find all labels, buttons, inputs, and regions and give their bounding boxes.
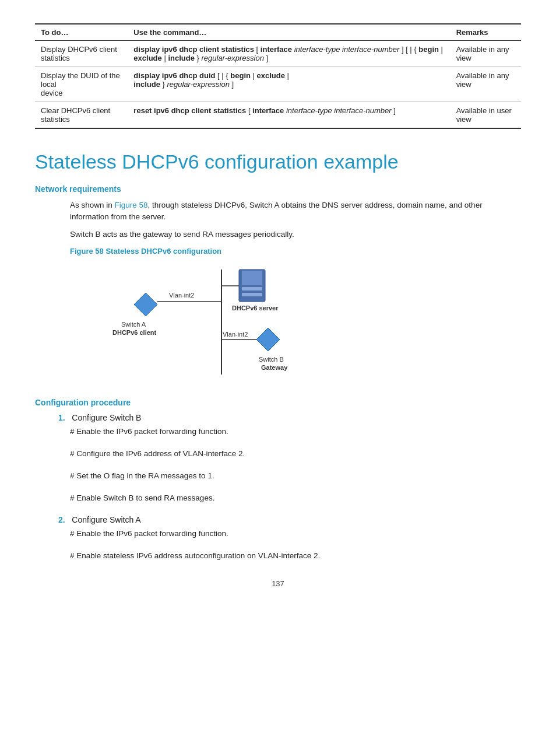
remarks-cell: Available in any view [451,67,521,102]
todo-cell: Display DHCPv6 client statistics [35,41,128,67]
remarks-cell: Available in any view [451,41,521,67]
diagram-svg: Vlan-int2 Switch A DHCPv6 client DHCPv6 … [70,264,361,380]
todo-cell: Display the DUID of the localdevice [35,67,128,102]
step-1-num: 1. [58,413,65,422]
command-cell: display ipv6 dhcp duid [ | { begin | exc… [128,67,450,102]
network-req-text1: As shown in Figure 58, through stateless… [70,200,521,223]
section-title: Stateless DHCPv6 configuration example [35,150,521,174]
figure-title: Figure 58 Stateless DHCPv6 configuration [70,247,521,256]
table-row: Clear DHCPv6 client statistics reset ipv… [35,102,521,129]
svg-text:Vlan-int2: Vlan-int2 [169,292,194,299]
step-1-comment-4: # Enable Switch B to send RA messages. [70,492,521,504]
step-2-label: Configure Switch A [72,515,140,524]
step-1-comment-3: # Set the O flag in the RA messages to 1… [70,470,521,482]
network-req-title: Network requirements [35,184,521,194]
step-1-comment-2: # Configure the IPv6 address of VLAN-int… [70,448,521,460]
col-todo: To do… [35,24,128,41]
svg-text:DHCPv6 client: DHCPv6 client [112,329,157,336]
step-2-comment-2: # Enable stateless IPv6 address autoconf… [70,550,521,562]
svg-rect-9 [242,293,262,296]
network-diagram: Vlan-int2 Switch A DHCPv6 client DHCPv6 … [70,264,361,380]
svg-text:Switch A: Switch A [121,321,146,328]
svg-rect-7 [242,271,262,285]
table-row: Display the DUID of the localdevice disp… [35,67,521,102]
svg-text:Gateway: Gateway [261,364,288,371]
table-row: Display DHCPv6 client statistics display… [35,41,521,67]
svg-marker-12 [256,328,280,351]
svg-text:Switch B: Switch B [259,356,284,363]
command-cell: reset ipv6 dhcp client statistics [ inte… [128,102,450,129]
step-2-num: 2. [58,515,65,524]
switch-a-group: Vlan-int2 Switch A DHCPv6 client [112,292,221,336]
step-1-container: 1. Configure Switch B [58,413,521,422]
step-2-container: 2. Configure Switch A [58,515,521,524]
col-command: Use the command… [128,24,450,41]
svg-text:Vlan-int2: Vlan-int2 [223,331,248,338]
config-proc-title: Configuration procedure [35,398,521,407]
step-2-comment-1: # Enable the IPv6 packet forwarding func… [70,528,521,540]
command-table: To do… Use the command… Remarks Display … [35,23,521,129]
network-req-text2: Switch B acts as the gateway to send RA … [70,229,521,240]
server-group: DHCPv6 server [221,270,279,312]
step-1-label: Configure Switch B [72,413,141,422]
todo-cell: Clear DHCPv6 client statistics [35,102,128,129]
remarks-cell: Available in user view [451,102,521,129]
figure-link[interactable]: Figure 58 [115,201,148,209]
switch-b-group: Vlan-int2 Switch B Gateway [221,328,288,371]
command-cell: display ipv6 dhcp client statistics [ in… [128,41,450,67]
page-number: 137 [35,579,521,588]
step-1-comment-1: # Enable the IPv6 packet forwarding func… [70,426,521,438]
svg-marker-1 [134,293,157,316]
svg-text:DHCPv6 server: DHCPv6 server [232,304,279,312]
col-remarks: Remarks [451,24,521,41]
svg-rect-8 [242,287,262,290]
